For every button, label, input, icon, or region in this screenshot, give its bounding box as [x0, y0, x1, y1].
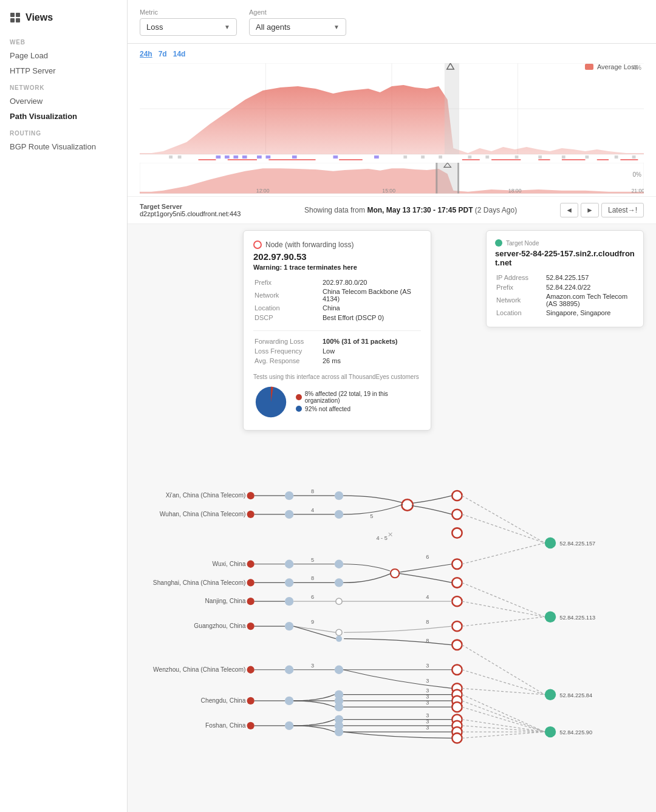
agent-dot-wenzhou — [247, 666, 255, 674]
mini-chart-svg[interactable]: 12:00 15:00 18:00 21:00 — [140, 163, 644, 196]
num-guangzhou-1: 9 — [311, 619, 314, 625]
sidebar-item-page-load[interactable]: Page Load — [0, 48, 127, 63]
chart-wrapper: Average Loss 4% — [140, 63, 644, 196]
nav-prev-button[interactable]: ◄ — [560, 203, 578, 217]
loss-node-upper — [401, 499, 412, 510]
num-shang-1: 8 — [311, 575, 314, 581]
num-nanjing-1: 6 — [311, 594, 314, 600]
showing-date: Mon, May 13 17:30 - 17:45 PDT — [367, 206, 473, 214]
tooltip-node-icon — [253, 241, 262, 249]
sidebar-logo: Views — [0, 10, 127, 33]
svg-text:15:00: 15:00 — [382, 188, 395, 194]
agent-label-wuxi: Wuxi, China — [213, 561, 246, 567]
field-prefix-label: Prefix — [255, 278, 321, 287]
num-conv-5: 5 — [370, 513, 373, 519]
top-bar: Metric Loss ▼ Agent All agents ▼ — [128, 0, 656, 44]
loss-node-mid1 — [391, 569, 399, 578]
path-xian-4 — [413, 496, 452, 503]
nav-next-button[interactable]: ► — [581, 203, 599, 217]
int-node-wuxi-2 — [335, 560, 343, 568]
sidebar-section-routing: ROUTING — [0, 124, 127, 139]
tooltip-pie-row: 8% affected (22 total, 19 in this organi… — [253, 384, 421, 420]
path-foshan-2 — [293, 720, 335, 726]
legend-label: Average Loss — [597, 63, 638, 70]
svg-rect-19 — [292, 155, 297, 159]
svg-rect-31 — [562, 155, 565, 159]
svg-rect-32 — [585, 155, 589, 159]
target-node-90 — [545, 726, 556, 737]
svg-rect-16 — [242, 155, 247, 159]
metric-chevron-icon: ▼ — [224, 24, 230, 30]
x-mark-1: ✕ — [388, 531, 393, 538]
svg-rect-52 — [457, 163, 459, 193]
target-node-84 — [545, 689, 556, 700]
main-chart-svg[interactable]: 12:00 15:00 18:00 21:00 — [140, 63, 644, 160]
tn-network-label: Network — [496, 293, 545, 307]
sidebar-item-bgp-route[interactable]: BGP Route Visualization — [0, 139, 127, 154]
int-node-wuxi-1 — [285, 560, 293, 568]
tooltip-loss-table: Forwarding Loss100% (31 of 31 packets) L… — [253, 336, 421, 366]
svg-text:12:00: 12:00 — [256, 188, 270, 194]
loss-node-r9 — [452, 665, 462, 675]
sidebar-item-path-visualization[interactable]: Path Visualization — [0, 109, 127, 124]
path-shang-4 — [398, 573, 452, 582]
agent-control: Agent All agents ▼ — [249, 9, 346, 36]
dotline-foshan-target4 — [462, 732, 545, 738]
num-wuxi-1: 5 — [311, 557, 314, 563]
target-label-113: 52.84.225.113 — [559, 615, 595, 621]
loss-node-r5 — [452, 578, 462, 587]
tn-network-value: Amazon.com Tech Telecom (AS 38895) — [546, 293, 634, 307]
agent-chevron-icon: ▼ — [333, 24, 340, 30]
svg-rect-25 — [421, 155, 425, 159]
int-node-xian-1 — [285, 491, 293, 500]
field-location-value: China — [323, 304, 420, 312]
sidebar-item-overview[interactable]: Overview — [0, 94, 127, 109]
legend-swatch — [585, 64, 593, 70]
chart-legend: Average Loss — [585, 63, 638, 70]
sidebar-item-http-server[interactable]: HTTP Server — [0, 63, 127, 78]
agent-label-nanjing: Nanjing, China — [205, 598, 245, 604]
agent-dot-xian — [247, 492, 255, 499]
info-bar: Target Server d2zpt1gory5ni5.cloudfront.… — [128, 196, 656, 224]
int-node-chengdu-4 — [335, 703, 343, 711]
svg-rect-37 — [268, 159, 315, 160]
tn-location-label: Location — [496, 309, 545, 317]
num-guangzhou-8a: 8 — [426, 619, 429, 625]
agent-label: Agent — [249, 9, 346, 16]
target-label-157: 52.84.225.157 — [559, 541, 595, 547]
field-fwdloss-label: Forwarding Loss — [255, 337, 321, 346]
dotline-chengdu-target3 — [462, 707, 545, 732]
path-shang-3 — [343, 573, 391, 582]
time-range-buttons: 24h 7d 14d — [140, 50, 644, 58]
field-lossfreq-label: Loss Frequency — [255, 347, 321, 355]
legend-dot-blue — [296, 406, 302, 412]
time-btn-7d[interactable]: 7d — [159, 50, 167, 58]
metric-select[interactable]: Loss ▼ — [140, 18, 237, 36]
agent-label-guangzhou: Guangzhou, China — [194, 623, 246, 629]
int-node-foshan-4 — [335, 728, 343, 736]
agent-label-shanghai: Shanghai, China (China Telecom) — [153, 579, 246, 586]
time-btn-14d[interactable]: 14d — [173, 50, 186, 58]
agent-dot-chengdu — [247, 697, 255, 705]
int-node-wuhan-1 — [285, 510, 293, 519]
svg-rect-13 — [216, 155, 220, 159]
target-node-label: Target Node — [506, 240, 539, 247]
metric-control: Metric Loss ▼ — [140, 9, 237, 36]
line-guangzhou-3 — [293, 626, 336, 638]
field-lossfreq-value: Low — [323, 347, 420, 355]
metric-label: Metric — [140, 9, 237, 16]
agent-dot-wuxi — [247, 561, 255, 568]
num-xian-1: 8 — [311, 488, 314, 494]
svg-rect-35 — [199, 159, 216, 160]
showing-prefix: Showing data from — [304, 206, 365, 214]
time-btn-24h[interactable]: 24h — [140, 50, 152, 58]
dotline-wenzhou-target1 — [462, 670, 545, 695]
legend-item-affected: 8% affected (22 total, 19 in this organi… — [296, 391, 421, 404]
field-location-label: Location — [255, 304, 321, 312]
latest-button[interactable]: Latest→! — [601, 203, 644, 217]
path-guangzhou-4 — [344, 626, 452, 632]
sidebar-section-network: NETWORK — [0, 78, 127, 94]
dotline-xian-target — [462, 496, 545, 543]
nav-buttons: ◄ ► Latest→! — [560, 203, 644, 217]
agent-select[interactable]: All agents ▼ — [249, 18, 346, 36]
